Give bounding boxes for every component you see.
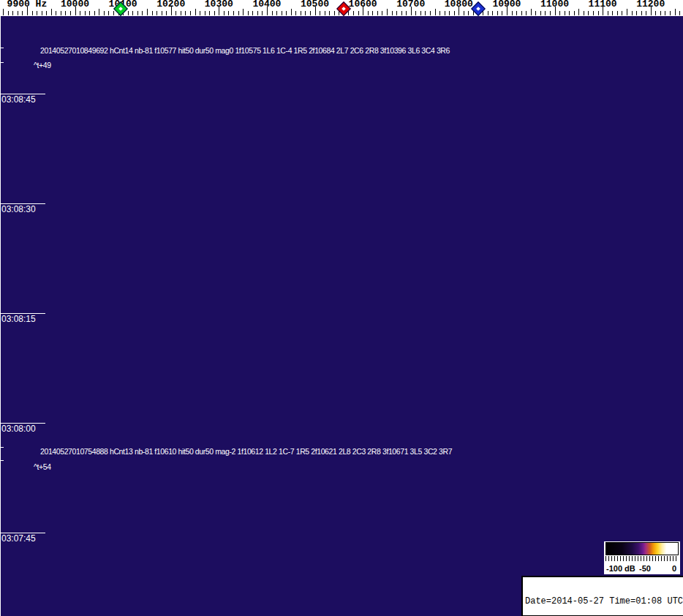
event-edge-tick [1,48,4,48]
freq-tick [252,11,253,15]
freq-tick [3,9,4,15]
freq-label: 11000 [540,0,569,9]
freq-tick [22,11,23,15]
freq-tick [526,11,527,15]
freq-label: 11100 [589,0,617,9]
marker-red-center [342,7,346,11]
freq-tick [152,11,153,15]
freq-label: 11200 [636,0,665,9]
freq-tick [565,11,565,15]
freq-tick [137,11,138,15]
freq-tick [147,9,148,15]
freq-tick [406,11,407,15]
time-label: 03:08:00 [1,424,36,433]
freq-tick [617,11,618,15]
freq-tick [70,11,71,15]
freq-tick [142,11,143,15]
freq-tick [209,11,210,15]
freq-tick [325,11,325,15]
freq-tick [445,11,445,15]
event-edge-tick [1,460,4,461]
freq-tick [675,9,676,15]
freq-tick [348,11,349,15]
info-date-time: Date=2014-05-27 Time=01:08 UTC [525,597,681,606]
freq-tick [320,11,320,15]
freq-tick [238,11,239,15]
event-annotation: 20140527010754888 hCnt13 nb-81 f10610 hi… [40,448,452,456]
freq-tick [660,11,661,15]
freq-tick [262,11,263,15]
freq-tick [156,11,157,15]
freq-tick [497,11,498,15]
freq-tick [301,11,301,15]
freq-tick [578,9,579,15]
freq-tick [200,11,200,15]
freq-tick [535,11,536,15]
freq-tick [99,9,99,15]
freq-tick [521,11,522,15]
freq-tick [205,11,205,15]
event-edge-tick [1,62,4,63]
freq-tick [646,11,646,15]
freq-tick [540,11,541,15]
db-scale-ticks [605,556,679,561]
freq-tick [248,11,249,15]
freq-tick [439,11,440,15]
freq-tick [512,11,513,15]
freq-tick [358,11,359,15]
db-max-label: 0 [672,564,676,573]
freq-tick [305,11,306,15]
freq-tick [310,11,311,15]
db-color-scale: -100 dB -50 0 [604,541,680,574]
freq-tick [454,11,455,15]
freq-tick [425,11,426,15]
freq-tick [243,9,244,15]
station-info-box: Date=2014-05-27 Time=01:08 UTC Freq=143 … [521,576,683,616]
freq-tick [272,11,273,15]
freq-tick [632,11,633,15]
meteor-echo-waterfall-app: 9900 Hz100001010010200103001040010500106… [0,0,683,616]
freq-tick [37,11,37,15]
freq-label: 10400 [252,0,281,9]
freq-tick [415,11,416,15]
db-scale-labels: -100 dB -50 0 [604,564,680,574]
freq-tick [128,11,129,15]
marker-green-center [118,7,123,11]
time-label: 03:08:30 [1,205,36,214]
freq-label: 9900 Hz [7,0,48,9]
time-label: 03:07:45 [1,534,36,543]
freq-tick [89,11,90,15]
freq-tick [190,11,191,15]
event-annotation: 20140527010849692 hCnt14 nb-81 f10577 hi… [40,47,450,55]
freq-tick [584,11,584,15]
freq-tick [295,11,296,15]
freq-tick [334,11,335,15]
freq-tick [435,9,436,15]
freq-tick [214,11,215,15]
freq-tick [185,11,186,15]
freq-tick [670,11,671,15]
freq-tick [502,11,502,15]
db-min-label: -100 dB [606,564,635,573]
freq-tick [464,11,464,15]
db-mid-label: -50 [639,564,651,573]
freq-tick [282,11,282,15]
freq-tick [612,11,613,15]
freq-tick [574,11,575,15]
freq-tick [559,11,560,15]
freq-tick [622,11,622,15]
freq-tick [113,11,114,15]
freq-tick [377,11,378,15]
freq-tick [195,9,196,15]
freq-tick [392,11,393,15]
freq-tick [224,11,224,15]
freq-tick [372,11,373,15]
freq-tick [449,11,450,15]
freq-tick [396,11,397,15]
freq-tick [569,11,570,15]
freq-tick [228,11,229,15]
freq-tick [641,11,642,15]
freq-tick [420,11,421,15]
freq-tick [488,11,488,15]
freq-label: 10900 [492,0,521,9]
